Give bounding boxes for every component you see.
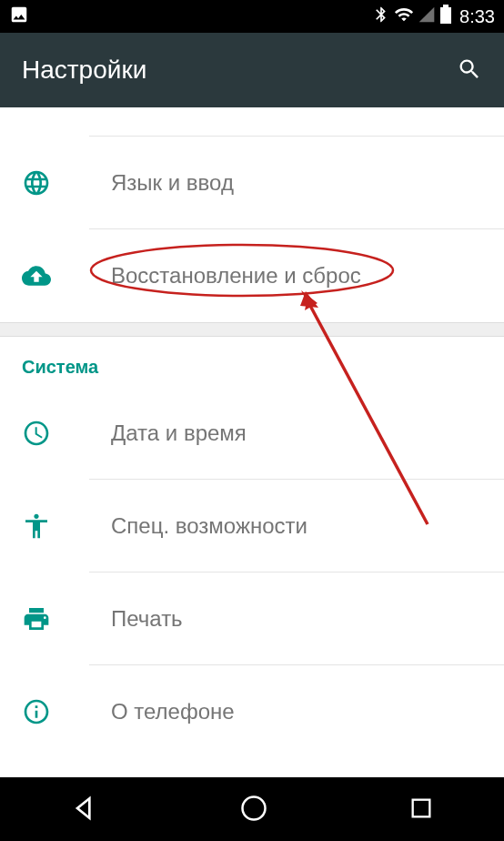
settings-item-label: Восстановление и сброс — [111, 263, 361, 289]
settings-item-print[interactable]: Печать — [89, 572, 504, 665]
status-time: 8:33 — [459, 6, 495, 27]
battery-icon — [439, 5, 452, 28]
section-divider — [0, 322, 504, 337]
settings-item-label: Язык и ввод — [111, 170, 234, 196]
info-icon — [18, 694, 55, 730]
status-left — [9, 5, 29, 28]
settings-item-label: О телефоне — [111, 699, 235, 724]
recent-icon — [408, 810, 434, 824]
back-icon — [70, 812, 99, 826]
settings-item-label: Дата и время — [111, 420, 247, 446]
settings-item-label: Спец. возможности — [111, 513, 307, 539]
wifi-icon — [394, 5, 414, 28]
svg-rect-0 — [440, 7, 451, 24]
print-icon — [18, 601, 55, 637]
image-icon — [9, 5, 29, 28]
section-header-system: Система — [0, 337, 504, 387]
settings-item-about[interactable]: О телефоне — [89, 665, 504, 758]
signal-icon — [418, 5, 436, 27]
search-button[interactable] — [457, 56, 482, 85]
settings-item-label: Печать — [111, 606, 183, 632]
bluetooth-icon — [372, 5, 390, 27]
nav-recent-button[interactable] — [408, 795, 434, 824]
status-right: 8:33 — [372, 5, 495, 28]
page-title: Настройки — [22, 56, 146, 85]
settings-item-language[interactable]: Язык и ввод — [89, 137, 504, 229]
settings-item-datetime[interactable]: Дата и время — [89, 387, 504, 480]
settings-item-accessibility[interactable]: Спец. возможности — [89, 480, 504, 572]
nav-home-button[interactable] — [240, 795, 267, 825]
settings-item-backup-reset[interactable]: Восстановление и сброс — [89, 229, 504, 322]
top-spacer — [89, 107, 504, 137]
svg-rect-1 — [443, 5, 449, 7]
content: Язык и ввод Восстановление и сброс Систе… — [0, 107, 504, 758]
search-icon — [457, 71, 482, 85]
home-icon — [240, 811, 267, 825]
clock-icon — [18, 415, 55, 451]
accessibility-icon — [18, 508, 55, 544]
globe-icon — [18, 165, 55, 201]
svg-rect-7 — [412, 799, 429, 816]
svg-point-6 — [242, 796, 265, 819]
cloud-upload-icon — [18, 258, 55, 294]
nav-back-button[interactable] — [70, 794, 99, 826]
status-bar: 8:33 — [0, 0, 504, 33]
navigation-bar — [0, 777, 504, 841]
app-bar: Настройки — [0, 33, 504, 107]
